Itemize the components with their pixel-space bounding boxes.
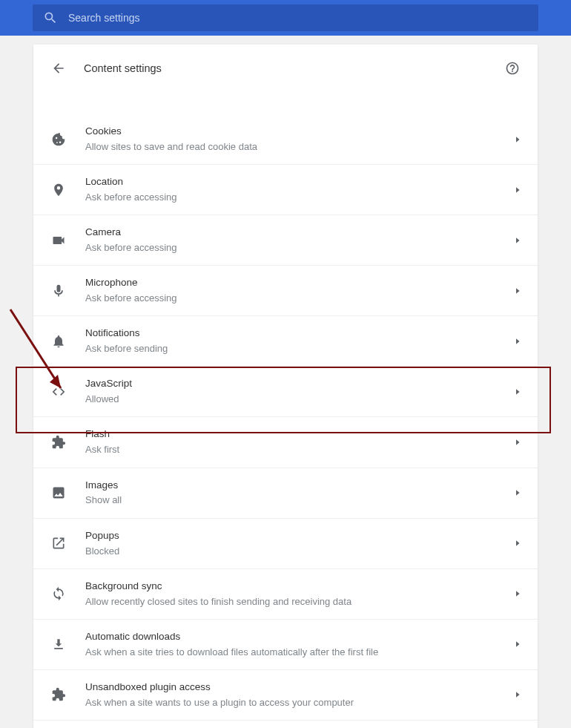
row-title: JavaScript [85,377,508,391]
chevron-right-icon [515,691,521,698]
location-icon [50,181,67,199]
row-subtitle: Ask before accessing [85,191,508,204]
row-title: Images [85,479,508,493]
setting-row-background-sync[interactable]: Background syncAllow recently closed sit… [33,569,538,620]
row-title: Location [85,175,508,189]
row-text: JavaScriptAllowed [85,377,515,406]
arrow-back-icon [51,61,66,76]
row-text: MicrophoneAsk before accessing [85,276,515,305]
row-title: Background sync [85,580,508,594]
setting-row-popups[interactable]: PopupsBlocked [33,519,538,569]
chevron-right-icon [515,489,521,496]
cookie-icon [50,131,67,148]
puzzle-icon [50,686,67,704]
camera-icon [50,232,67,249]
chevron-right-icon [515,338,521,345]
row-subtitle: Ask when a site tries to download files … [85,646,508,659]
row-title: Unsandboxed plugin access [85,681,508,695]
card-header: Content settings [33,45,538,92]
chevron-right-icon [515,388,521,396]
chevron-right-icon [515,136,521,143]
setting-row-handlers[interactable]: HandlersAllow sites to ask to become def… [33,721,538,728]
page-title: Content settings [84,62,504,74]
settings-card: Content settings CookiesAllow sites to s… [33,45,538,728]
setting-row-flash[interactable]: FlashAsk first [33,417,538,468]
external-icon [50,534,67,552]
puzzle-icon [50,433,67,451]
row-title: Popups [85,529,508,543]
row-text: CookiesAllow sites to save and read cook… [85,125,515,154]
row-text: ImagesShow all [85,479,515,508]
row-text: PopupsBlocked [85,529,515,558]
chevron-right-icon [515,540,521,547]
row-title: Notifications [85,327,508,341]
code-icon [50,383,67,401]
chevron-right-icon [515,237,521,244]
row-text: Automatic downloadsAsk when a site tries… [85,630,515,659]
row-text: NotificationsAsk before sending [85,327,515,355]
help-icon [505,61,520,76]
back-button[interactable] [50,59,67,77]
search-placeholder: Search settings [68,12,140,24]
chevron-right-icon [515,590,521,597]
setting-row-location[interactable]: LocationAsk before accessing [33,165,538,215]
row-subtitle: Ask before sending [85,342,508,355]
image-icon [50,484,67,502]
chevron-right-icon [515,287,521,295]
chevron-right-icon [515,439,521,446]
setting-row-images[interactable]: ImagesShow all [33,468,538,519]
help-button[interactable] [504,59,521,77]
row-subtitle: Ask before accessing [85,241,508,255]
row-title: Automatic downloads [85,630,508,644]
row-subtitle: Ask first [85,443,508,456]
row-subtitle: Ask when a site wants to use a plugin to… [85,696,508,709]
row-subtitle: Allow sites to save and read cookie data [85,140,508,154]
setting-row-cookies[interactable]: CookiesAllow sites to save and read cook… [33,114,538,165]
setting-row-unsandboxed-plugin-access[interactable]: Unsandboxed plugin accessAsk when a site… [33,670,538,721]
row-title: Camera [85,226,508,240]
sync-icon [50,585,67,603]
download-icon [50,635,67,653]
chevron-right-icon [515,640,521,648]
row-text: Background syncAllow recently closed sit… [85,580,515,609]
search-input[interactable]: Search settings [33,4,538,31]
search-icon [43,10,58,25]
setting-row-automatic-downloads[interactable]: Automatic downloadsAsk when a site tries… [33,620,538,670]
bell-icon [50,332,67,350]
settings-list: CookiesAllow sites to save and read cook… [33,92,538,728]
row-subtitle: Show all [85,493,508,507]
row-text: Unsandboxed plugin accessAsk when a site… [85,681,515,709]
row-subtitle: Blocked [85,545,508,558]
row-title: Cookies [85,125,508,139]
setting-row-camera[interactable]: CameraAsk before accessing [33,215,538,266]
setting-row-javascript[interactable]: JavaScriptAllowed [33,367,538,417]
row-title: Microphone [85,276,508,290]
mic-icon [50,282,67,300]
setting-row-notifications[interactable]: NotificationsAsk before sending [33,316,538,367]
row-text: FlashAsk first [85,427,515,456]
setting-row-microphone[interactable]: MicrophoneAsk before accessing [33,266,538,316]
row-subtitle: Ask before accessing [85,292,508,305]
row-title: Flash [85,427,508,442]
row-subtitle: Allowed [85,393,508,406]
top-bar: Search settings [0,0,571,36]
row-text: CameraAsk before accessing [85,226,515,255]
row-subtitle: Allow recently closed sites to finish se… [85,595,508,609]
row-text: LocationAsk before accessing [85,175,515,204]
chevron-right-icon [515,186,521,194]
